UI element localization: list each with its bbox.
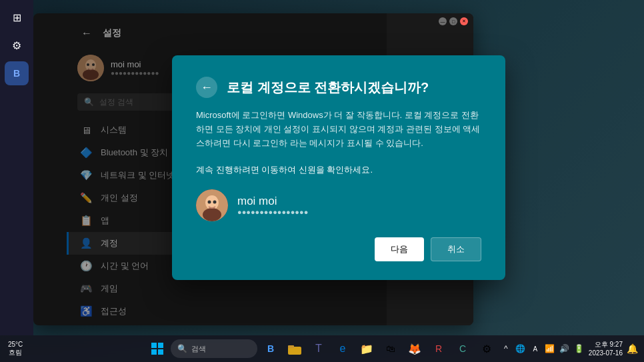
taskbar-store-icon[interactable]: 🛍 [380,338,401,359]
dock-settings-icon[interactable]: ⚙ [5,33,29,57]
weather-condition: 흐림 [9,349,22,357]
svg-point-7 [203,208,221,221]
next-button[interactable]: 다음 [375,237,424,261]
dock-beatdrive-icon[interactable]: B [5,61,29,85]
maximize-button[interactable]: □ [449,17,457,25]
taskbar-center: 🔍 검색 B T e 📁 🛍 🦊 R C ⚙ [147,338,497,359]
tray-network[interactable]: 🌐 [514,342,527,355]
svg-rect-10 [151,343,157,348]
weather-temp: 25°C [8,341,23,349]
clock-date: 2023-07-16 [589,349,623,357]
dialog-title: 로컬 계정으로 전환하시겠습니까? [227,79,429,97]
taskbar-teams-icon[interactable]: T [308,338,329,359]
clock[interactable]: 오후 9:27 2023-07-16 [589,340,623,357]
taskbar-left: 25°C 흐림 [0,341,28,357]
dialog-user-email: ●●●●●●●●●●●●●●●● [237,208,308,216]
clock-time: 오후 9:27 [595,340,623,349]
taskbar-bing-icon[interactable]: B [260,338,281,359]
tray-icons: ^ 🌐 A 📶 🔊 🔋 [499,342,586,355]
tray-battery[interactable]: 🔋 [573,342,586,355]
left-dock: ⊞ ⚙ B [0,0,33,335]
taskbar-search-icon: 🔍 [177,344,187,353]
taskbar: 25°C 흐림 🔍 검색 B T e 📁 [0,335,644,362]
tray-lang[interactable]: A [529,342,542,355]
svg-rect-15 [288,345,294,348]
tray-chevron[interactable]: ^ [499,342,513,355]
taskbar-search-label: 검색 [191,344,206,354]
dialog-user-text: moi moi ●●●●●●●●●●●●●●●● [237,195,308,216]
svg-rect-12 [151,349,157,355]
dock-home-icon[interactable]: ⊞ [5,5,29,29]
dialog-header: ← 로컬 계정으로 전환하시겠습니까? [196,77,481,98]
window-controls: — □ ✕ [439,17,468,25]
tray-volume[interactable]: 🔊 [558,342,571,355]
taskbar-edge-icon[interactable]: e [332,338,353,359]
taskbar-explorer-icon[interactable] [284,338,305,359]
svg-point-8 [208,200,211,203]
taskbar-chrome-icon[interactable]: C [452,338,473,359]
dialog-overlay: ← 로컬 계정으로 전환하시겠습니까? Microsoft에 로그인하면 Win… [33,0,644,335]
dialog-body: Microsoft에 로그인하면 Windows가 더 잘 작동합니다. 로컬 … [196,109,481,150]
svg-rect-11 [158,343,163,348]
taskbar-right: ^ 🌐 A 📶 🔊 🔋 오후 9:27 2023-07-16 🔔 [499,340,644,357]
dialog-back-icon: ← [196,77,217,98]
notification-icon[interactable]: 🔔 [625,342,639,355]
taskbar-firefox-icon[interactable]: 🦊 [404,338,425,359]
start-button[interactable] [147,338,168,359]
taskbar-remote-icon[interactable]: R [428,338,449,359]
svg-point-9 [213,200,217,203]
cancel-button[interactable]: 취소 [431,237,481,261]
taskbar-weather: 25°C 흐림 [3,341,28,357]
switch-account-dialog: ← 로컬 계정으로 전환하시겠습니까? Microsoft에 로그인하면 Win… [172,55,505,279]
taskbar-settings-icon[interactable]: ⚙ [476,338,497,359]
minimize-button[interactable]: — [439,17,447,25]
close-button[interactable]: ✕ [460,17,468,25]
taskbar-search[interactable]: 🔍 검색 [171,339,257,358]
dialog-avatar [196,189,228,221]
dialog-buttons: 다음 취소 [196,237,481,261]
taskbar-files-icon[interactable]: 📁 [356,338,377,359]
dialog-user-info: moi moi ●●●●●●●●●●●●●●●● [196,189,481,221]
dialog-prompt: 계속 진행하려면 이동하여 신원을 확인하세요. [196,164,481,176]
svg-rect-13 [158,349,163,355]
tray-wifi[interactable]: 📶 [543,342,557,355]
dialog-user-name: moi moi [237,195,308,208]
